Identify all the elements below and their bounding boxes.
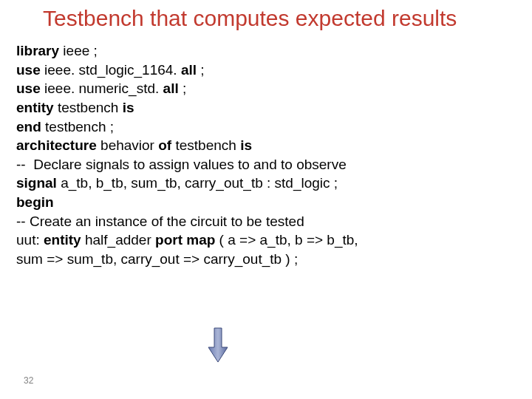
- page-title: Testbench that computes expected results: [43, 6, 532, 31]
- code-line: uut: entity half_adder port map ( a => a…: [16, 231, 532, 250]
- code-line: begin: [16, 193, 532, 212]
- code-line: architecture behavior of testbench is: [16, 136, 532, 155]
- code-line: use ieee. numeric_std. all ;: [16, 79, 532, 98]
- page-number: 32: [24, 375, 33, 386]
- code-block: library ieee ; use ieee. std_logic_1164.…: [16, 41, 532, 269]
- code-line: use ieee. std_logic_1164. all ;: [16, 61, 532, 80]
- code-line: end testbench ;: [16, 117, 532, 137]
- code-line: -- Create an instance of the circuit to …: [16, 212, 532, 231]
- down-arrow-icon: [207, 327, 229, 366]
- code-line: sum => sum_tb, carry_out => carry_out_tb…: [16, 250, 532, 269]
- code-line: -- Declare signals to assign values to a…: [16, 155, 532, 174]
- code-line: entity testbench is: [16, 98, 532, 117]
- code-line: library ieee ;: [16, 41, 532, 61]
- code-line: signal a_tb, b_tb, sum_tb, carry_out_tb …: [16, 174, 532, 193]
